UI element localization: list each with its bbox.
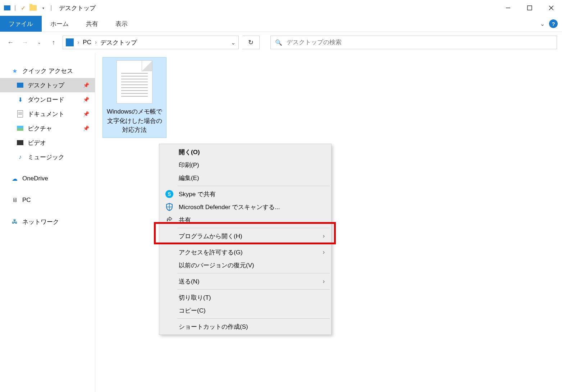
app-icon bbox=[3, 4, 12, 12]
ribbon-tabs: ファイル ホーム 共有 表示 ⌄ ? bbox=[0, 16, 562, 32]
folder-icon bbox=[29, 4, 37, 12]
ribbon-expand-icon[interactable]: ⌄ bbox=[540, 20, 545, 27]
breadcrumb-pc[interactable]: PC bbox=[83, 39, 91, 46]
file-item[interactable]: Windowsのメモ帳で文字化けした場合の対応方法 bbox=[102, 57, 166, 138]
sidebar-downloads[interactable]: ⬇ ダウンロード 📌 bbox=[0, 92, 95, 107]
sidebar-item-label: クイック アクセス bbox=[22, 67, 73, 75]
separator bbox=[177, 244, 330, 244]
close-button[interactable] bbox=[540, 0, 562, 16]
video-icon bbox=[16, 139, 24, 147]
checkmark-icon[interactable]: ✓ bbox=[19, 4, 27, 12]
svg-rect-1 bbox=[527, 6, 532, 10]
breadcrumb-current[interactable]: デスクトップ bbox=[100, 38, 137, 47]
tab-share[interactable]: 共有 bbox=[77, 16, 107, 32]
ctx-restore-version[interactable]: 以前のバージョンの復元(V) bbox=[160, 259, 330, 272]
skype-icon: S bbox=[165, 190, 174, 198]
divider: | bbox=[50, 5, 52, 11]
ctx-open-with[interactable]: プログラムから開く(H) › bbox=[160, 230, 330, 243]
chevron-right-icon: › bbox=[323, 249, 325, 255]
ctx-open[interactable]: 開く(O) bbox=[160, 146, 330, 158]
sidebar-item-label: ネットワーク bbox=[22, 218, 59, 226]
chevron-right-icon[interactable]: › bbox=[95, 39, 97, 46]
search-icon: 🔍 bbox=[275, 39, 282, 46]
address-row: ← → ⌄ ↑ › PC › デスクトップ ⌄ ↻ 🔍 bbox=[0, 32, 562, 53]
separator bbox=[177, 228, 330, 228]
ctx-share[interactable]: 共有 bbox=[160, 213, 330, 226]
search-input[interactable] bbox=[287, 39, 552, 46]
separator bbox=[177, 186, 330, 186]
search-box[interactable]: 🔍 bbox=[270, 36, 557, 49]
sidebar-item-label: ピクチャ bbox=[28, 124, 52, 133]
ctx-send-to[interactable]: 送る(N) › bbox=[160, 275, 330, 288]
location-icon bbox=[66, 38, 74, 46]
ctx-create-shortcut[interactable]: ショートカットの作成(S) bbox=[160, 320, 330, 333]
sidebar-pc[interactable]: 🖥 PC bbox=[0, 193, 95, 207]
forward-button[interactable]: → bbox=[19, 37, 30, 48]
ctx-defender-scan[interactable]: Microsoft Defender でスキャンする... bbox=[160, 200, 330, 213]
divider: | bbox=[14, 5, 16, 11]
tab-home[interactable]: ホーム bbox=[42, 16, 77, 32]
chevron-right-icon: › bbox=[323, 278, 325, 285]
download-icon: ⬇ bbox=[16, 96, 24, 103]
qat-dropdown-icon[interactable]: ▾ bbox=[39, 4, 47, 12]
text-file-icon bbox=[116, 60, 152, 103]
sidebar-item-label: ミュージック bbox=[28, 153, 64, 161]
document-icon bbox=[16, 110, 24, 118]
pin-icon: 📌 bbox=[83, 82, 89, 88]
sidebar-music[interactable]: ♪ ミュージック bbox=[0, 150, 95, 164]
sidebar-videos[interactable]: ビデオ bbox=[0, 135, 95, 150]
chevron-right-icon[interactable]: › bbox=[77, 39, 79, 46]
pin-icon: 📌 bbox=[83, 111, 89, 117]
sidebar-quick-access[interactable]: ★ クイック アクセス bbox=[0, 64, 95, 78]
sidebar-pictures[interactable]: ピクチャ 📌 bbox=[0, 121, 95, 135]
sidebar-onedrive[interactable]: ☁ OneDrive bbox=[0, 171, 95, 186]
separator bbox=[177, 289, 330, 290]
shield-icon bbox=[165, 203, 174, 211]
sidebar-item-label: デスクトップ bbox=[28, 81, 64, 89]
desktop-icon bbox=[16, 81, 24, 89]
file-name: Windowsのメモ帳で文字化けした場合の対応方法 bbox=[106, 107, 163, 135]
star-icon: ★ bbox=[11, 67, 19, 75]
sidebar-item-label: ビデオ bbox=[28, 139, 46, 147]
sidebar-item-label: ダウンロード bbox=[28, 96, 64, 104]
ctx-grant-access[interactable]: アクセスを許可する(G) › bbox=[160, 246, 330, 259]
separator bbox=[177, 318, 330, 319]
window-title: デスクトップ bbox=[59, 4, 96, 12]
pin-icon: 📌 bbox=[83, 125, 89, 131]
help-icon[interactable]: ? bbox=[549, 19, 558, 28]
minimize-button[interactable] bbox=[497, 0, 519, 16]
music-icon: ♪ bbox=[16, 153, 24, 161]
share-icon bbox=[165, 216, 174, 224]
separator bbox=[177, 273, 330, 273]
tab-view[interactable]: 表示 bbox=[107, 16, 136, 32]
chevron-right-icon: › bbox=[323, 233, 325, 239]
sidebar-item-label: OneDrive bbox=[22, 175, 48, 182]
ctx-skype-share[interactable]: S Skype で共有 bbox=[160, 188, 330, 200]
maximize-button[interactable] bbox=[519, 0, 540, 16]
pc-icon: 🖥 bbox=[11, 196, 19, 204]
sidebar-network[interactable]: 🖧 ネットワーク bbox=[0, 215, 95, 229]
picture-icon bbox=[16, 124, 24, 132]
tab-file[interactable]: ファイル bbox=[0, 16, 42, 32]
cloud-icon: ☁ bbox=[11, 175, 19, 183]
sidebar-documents[interactable]: ドキュメント 📌 bbox=[0, 107, 95, 121]
sidebar: ★ クイック アクセス デスクトップ 📌 ⬇ ダウンロード 📌 ドキュメント 📌… bbox=[0, 53, 95, 392]
ctx-edit[interactable]: 編集(E) bbox=[160, 171, 330, 184]
refresh-button[interactable]: ↻ bbox=[242, 36, 260, 49]
ctx-cut[interactable]: 切り取り(T) bbox=[160, 291, 330, 304]
titlebar: | ✓ ▾ | デスクトップ bbox=[0, 0, 562, 16]
up-button[interactable]: ↑ bbox=[48, 37, 59, 48]
address-dropdown-icon[interactable]: ⌄ bbox=[231, 39, 236, 46]
address-bar[interactable]: › PC › デスクトップ ⌄ bbox=[63, 36, 239, 49]
pin-icon: 📌 bbox=[83, 97, 89, 102]
sidebar-desktop[interactable]: デスクトップ 📌 bbox=[0, 78, 95, 92]
recent-dropdown[interactable]: ⌄ bbox=[34, 37, 45, 48]
network-icon: 🖧 bbox=[11, 218, 19, 226]
back-button[interactable]: ← bbox=[5, 37, 16, 48]
sidebar-item-label: PC bbox=[22, 197, 31, 204]
ctx-print[interactable]: 印刷(P) bbox=[160, 158, 330, 171]
ctx-copy[interactable]: コピー(C) bbox=[160, 304, 330, 317]
sidebar-item-label: ドキュメント bbox=[28, 110, 64, 118]
context-menu: 開く(O) 印刷(P) 編集(E) S Skype で共有 Microsoft … bbox=[159, 144, 332, 335]
